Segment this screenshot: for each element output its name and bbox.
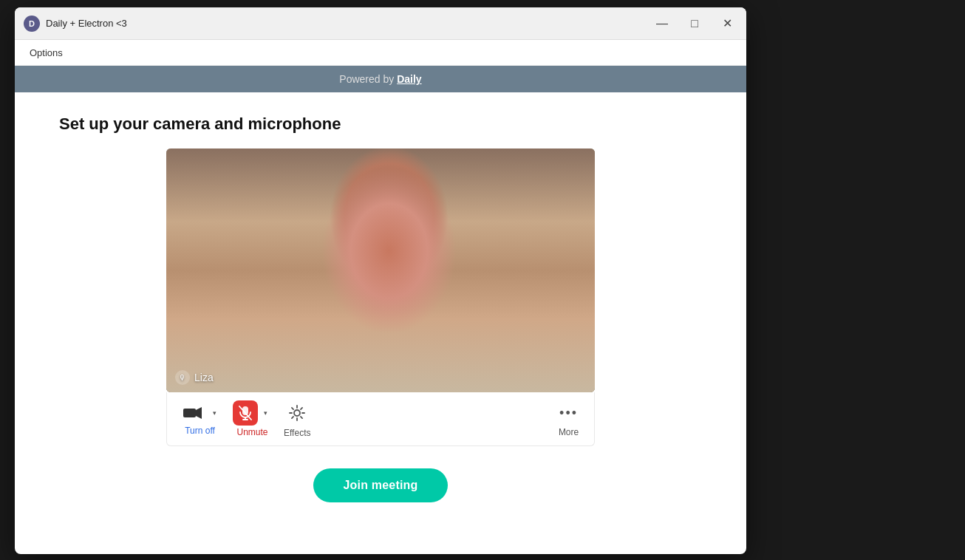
controls-bar: ▾ Turn off bbox=[166, 392, 595, 446]
window-controls: — □ ✕ bbox=[652, 13, 737, 34]
effects-sun-icon bbox=[288, 404, 306, 422]
more-dots-icon: ••• bbox=[559, 406, 578, 421]
setup-title: Set up your camera and microphone bbox=[59, 115, 341, 134]
more-control-group: ••• More bbox=[555, 401, 582, 437]
effects-btn-row bbox=[284, 400, 310, 426]
person-video bbox=[166, 148, 595, 392]
video-preview: 🎙 Liza bbox=[166, 148, 595, 392]
minimize-button[interactable]: — bbox=[652, 13, 672, 34]
camera-btn-row: ▾ bbox=[179, 402, 221, 424]
person-name: Liza bbox=[194, 372, 214, 383]
maximize-button[interactable]: □ bbox=[684, 13, 705, 34]
title-bar: D Daily + Electron <3 — □ ✕ bbox=[15, 7, 746, 40]
svg-line-13 bbox=[301, 408, 302, 409]
powered-by-text: Powered by bbox=[339, 73, 397, 85]
mic-btn-row: ▾ bbox=[233, 400, 272, 426]
svg-rect-0 bbox=[183, 409, 196, 417]
options-link[interactable]: Options bbox=[30, 47, 63, 58]
more-label: More bbox=[559, 427, 579, 437]
app-window: D Daily + Electron <3 — □ ✕ Options Powe… bbox=[15, 7, 746, 554]
mic-chevron-icon: ▾ bbox=[264, 410, 267, 417]
camera-chevron-button[interactable]: ▾ bbox=[208, 406, 221, 421]
mic-toggle-button[interactable] bbox=[233, 400, 258, 426]
mic-muted-icon bbox=[239, 406, 252, 420]
svg-line-14 bbox=[292, 417, 293, 418]
more-button[interactable]: ••• bbox=[555, 401, 582, 426]
effects-control-group: Effects bbox=[284, 400, 310, 438]
mic-control-group: ▾ Unmute bbox=[233, 400, 272, 437]
window-title: Daily + Electron <3 bbox=[46, 18, 652, 29]
camera-control-group: ▾ Turn off bbox=[179, 402, 221, 436]
svg-line-12 bbox=[301, 417, 302, 418]
camera-chevron-icon: ▾ bbox=[213, 410, 216, 417]
close-button[interactable]: ✕ bbox=[717, 13, 737, 34]
join-meeting-button[interactable]: Join meeting bbox=[313, 468, 447, 502]
svg-marker-1 bbox=[196, 407, 202, 419]
turn-off-label: Turn off bbox=[185, 426, 215, 436]
effects-label: Effects bbox=[284, 428, 310, 438]
camera-toggle-button[interactable] bbox=[179, 402, 207, 424]
effects-button[interactable] bbox=[284, 400, 310, 426]
svg-line-11 bbox=[292, 408, 293, 409]
mic-chevron-button[interactable]: ▾ bbox=[259, 406, 272, 421]
mic-muted-indicator: 🎙 bbox=[175, 370, 190, 385]
camera-icon bbox=[183, 406, 202, 420]
options-bar: Options bbox=[15, 40, 746, 66]
svg-point-6 bbox=[294, 410, 300, 416]
daily-link[interactable]: Daily bbox=[397, 73, 421, 85]
powered-bar: Powered by Daily bbox=[15, 66, 746, 92]
app-icon: D bbox=[24, 16, 40, 32]
video-person-label: 🎙 Liza bbox=[175, 370, 214, 385]
main-content: Set up your camera and microphone 🎙 Liza bbox=[15, 92, 746, 554]
unmute-label: Unmute bbox=[236, 427, 267, 437]
